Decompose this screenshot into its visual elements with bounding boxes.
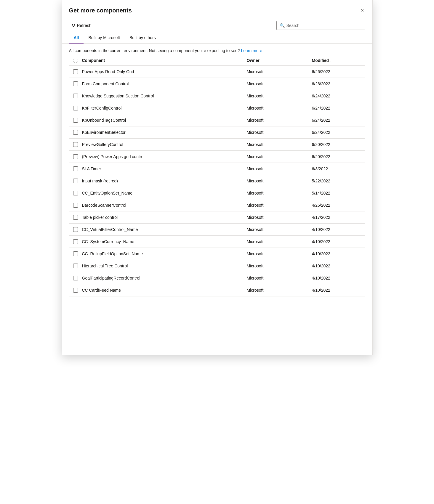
cell-owner: Microsoft xyxy=(247,227,312,232)
cell-modified: 6/26/2022 xyxy=(312,69,365,74)
cell-component: CC_SystemCurrency_Name xyxy=(82,239,247,244)
table-row[interactable]: KbFilterConfigControl Microsoft 6/24/202… xyxy=(69,102,365,114)
table-row[interactable]: CC CardfFeed Name Microsoft 4/10/2022 xyxy=(69,284,365,296)
cell-owner: Microsoft xyxy=(247,130,312,135)
search-input[interactable] xyxy=(286,23,362,28)
row-checkbox[interactable] xyxy=(73,142,78,147)
row-checkbox[interactable] xyxy=(73,239,78,244)
column-header-modified[interactable]: Modified ↓ xyxy=(312,58,365,63)
table-row[interactable]: Hierarchical Tree Control Microsoft 4/10… xyxy=(69,260,365,272)
cell-component: GoalParticipatingRecordControl xyxy=(82,276,247,280)
table-row[interactable]: BarcodeScannerControl Microsoft 4/26/202… xyxy=(69,199,365,211)
search-box: 🔍 xyxy=(276,21,365,30)
table-row[interactable]: CC_RollupFieldOptionSet_Name Microsoft 4… xyxy=(69,248,365,260)
table-row[interactable]: Table picker control Microsoft 4/17/2022 xyxy=(69,211,365,224)
tab-built-by-microsoft[interactable]: Built by Microsoft xyxy=(84,32,125,44)
row-checkbox-cell xyxy=(69,239,82,244)
cell-modified: 6/3/2022 xyxy=(312,166,365,171)
cell-owner: Microsoft xyxy=(247,166,312,171)
cell-component: Table picker control xyxy=(82,215,247,220)
table-row[interactable]: CC_SystemCurrency_Name Microsoft 4/10/20… xyxy=(69,236,365,248)
row-checkbox-cell xyxy=(69,130,82,135)
cell-component: PreviewGalleryControl xyxy=(82,142,247,147)
cell-component: KbEnvironmentSelector xyxy=(82,130,247,135)
header-checkbox-cell xyxy=(69,58,82,63)
table-row[interactable]: CC_VirtualFilterControl_Name Microsoft 4… xyxy=(69,224,365,236)
tab-all[interactable]: All xyxy=(69,32,84,44)
cell-modified: 4/26/2022 xyxy=(312,203,365,208)
cell-component: KbFilterConfigControl xyxy=(82,106,247,110)
info-bar: All components in the current environmen… xyxy=(62,44,372,55)
row-checkbox-cell xyxy=(69,276,82,280)
row-checkbox[interactable] xyxy=(73,94,78,98)
cell-owner: Microsoft xyxy=(247,191,312,195)
row-checkbox[interactable] xyxy=(73,81,78,86)
row-checkbox[interactable] xyxy=(73,227,78,232)
row-checkbox-cell xyxy=(69,264,82,268)
row-checkbox-cell xyxy=(69,94,82,98)
row-checkbox[interactable] xyxy=(73,130,78,135)
row-checkbox[interactable] xyxy=(73,264,78,268)
tab-built-by-others[interactable]: Built by others xyxy=(125,32,161,44)
table-rows: Power Apps Read-Only Grid Microsoft 6/26… xyxy=(69,66,365,296)
table-row[interactable]: CC_EntityOptionSet_Name Microsoft 5/14/2… xyxy=(69,187,365,199)
row-checkbox[interactable] xyxy=(73,215,78,220)
table-row[interactable]: KbUnboundTagsControl Microsoft 6/24/2022 xyxy=(69,114,365,126)
table-row[interactable]: PreviewGalleryControl Microsoft 6/20/202… xyxy=(69,139,365,151)
cell-modified: 6/24/2022 xyxy=(312,106,365,110)
row-checkbox[interactable] xyxy=(73,191,78,195)
table-row[interactable]: Power Apps Read-Only Grid Microsoft 6/26… xyxy=(69,66,365,78)
table-row[interactable]: Input mask (retired) Microsoft 5/22/2022 xyxy=(69,175,365,187)
cell-component: CC CardfFeed Name xyxy=(82,288,247,293)
cell-component: CC_RollupFieldOptionSet_Name xyxy=(82,251,247,256)
cell-owner: Microsoft xyxy=(247,276,312,280)
row-checkbox[interactable] xyxy=(73,203,78,208)
cell-modified: 5/14/2022 xyxy=(312,191,365,195)
table-row[interactable]: Knowledge Suggestion Section Control Mic… xyxy=(69,90,365,102)
row-checkbox-cell xyxy=(69,179,82,183)
cell-component: BarcodeScannerControl xyxy=(82,203,247,208)
table-row[interactable]: SLA Timer Microsoft 6/3/2022 xyxy=(69,163,365,175)
table-row[interactable]: KbEnvironmentSelector Microsoft 6/24/202… xyxy=(69,126,365,139)
cell-modified: 6/20/2022 xyxy=(312,154,365,159)
cell-component: (Preview) Power Apps grid control xyxy=(82,154,247,159)
select-all-checkbox[interactable] xyxy=(73,58,78,63)
dialog-header: Get more components × xyxy=(62,0,372,18)
row-checkbox[interactable] xyxy=(73,179,78,183)
column-header-owner: Owner xyxy=(247,58,312,63)
cell-component: Form Component Control xyxy=(82,81,247,86)
learn-more-link[interactable]: Learn more xyxy=(241,48,262,53)
row-checkbox[interactable] xyxy=(73,251,78,256)
table-row[interactable]: Form Component Control Microsoft 6/26/20… xyxy=(69,78,365,90)
cell-component: CC_VirtualFilterControl_Name xyxy=(82,227,247,232)
row-checkbox[interactable] xyxy=(73,69,78,74)
row-checkbox[interactable] xyxy=(73,288,78,293)
table-row[interactable]: (Preview) Power Apps grid control Micros… xyxy=(69,151,365,163)
get-more-components-dialog: Get more components × ↻ Refresh 🔍 All Bu… xyxy=(62,0,373,355)
close-button[interactable]: × xyxy=(360,6,365,15)
cell-modified: 4/10/2022 xyxy=(312,276,365,280)
row-checkbox[interactable] xyxy=(73,166,78,171)
row-checkbox[interactable] xyxy=(73,154,78,159)
cell-modified: 6/24/2022 xyxy=(312,130,365,135)
cell-owner: Microsoft xyxy=(247,154,312,159)
row-checkbox-cell xyxy=(69,288,82,293)
row-checkbox[interactable] xyxy=(73,276,78,280)
cell-component: SLA Timer xyxy=(82,166,247,171)
cell-component: Input mask (retired) xyxy=(82,179,247,183)
row-checkbox-cell xyxy=(69,118,82,123)
table-header: Component Owner Modified ↓ xyxy=(69,55,365,66)
table-row[interactable]: GoalParticipatingRecordControl Microsoft… xyxy=(69,272,365,284)
row-checkbox-cell xyxy=(69,69,82,74)
cell-modified: 6/20/2022 xyxy=(312,142,365,147)
row-checkbox[interactable] xyxy=(73,106,78,110)
refresh-button[interactable]: ↻ Refresh xyxy=(69,21,94,30)
cell-owner: Microsoft xyxy=(247,81,312,86)
cell-owner: Microsoft xyxy=(247,215,312,220)
refresh-label: Refresh xyxy=(77,23,92,28)
cell-owner: Microsoft xyxy=(247,142,312,147)
cell-owner: Microsoft xyxy=(247,118,312,123)
cell-owner: Microsoft xyxy=(247,288,312,293)
row-checkbox[interactable] xyxy=(73,118,78,123)
cell-modified: 6/24/2022 xyxy=(312,118,365,123)
